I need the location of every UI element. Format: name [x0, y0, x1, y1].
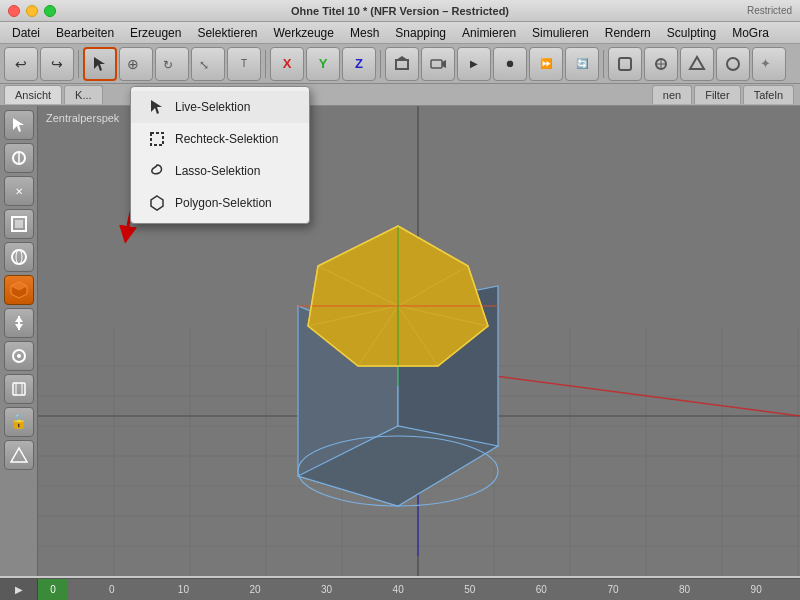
undo-button[interactable]: ↩: [4, 47, 38, 81]
separator-2: [265, 50, 266, 78]
restricted-label: Restricted: [747, 5, 792, 16]
svg-point-28: [17, 354, 21, 358]
transform-tool-button[interactable]: T: [227, 47, 261, 81]
svg-text:🔒: 🔒: [10, 413, 28, 430]
timeline-num-0: 0: [76, 584, 148, 595]
tab-ansicht[interactable]: Ansicht: [4, 85, 62, 104]
timeline-num-10: 10: [148, 584, 220, 595]
tab-filter[interactable]: Filter: [694, 85, 740, 104]
timeline-current-frame[interactable]: 0: [38, 579, 68, 600]
tab-tafeln[interactable]: Tafeln: [743, 85, 794, 104]
viewport-perspective-label: Zentralperspek: [46, 112, 119, 124]
timeline-num-60: 60: [506, 584, 578, 595]
separator-4: [603, 50, 604, 78]
timeline-num-40: 40: [362, 584, 434, 595]
titlebar: Ohne Titel 10 * (NFR Version – Restricte…: [0, 0, 800, 22]
tool-e[interactable]: ✦: [752, 47, 786, 81]
window-title: Ohne Titel 10 * (NFR Version – Restricte…: [291, 5, 509, 17]
select-tool-button[interactable]: [83, 47, 117, 81]
tool-d[interactable]: [716, 47, 750, 81]
menu-animieren[interactable]: Animieren: [454, 24, 524, 42]
y-constraint-button[interactable]: Y: [306, 47, 340, 81]
menu-datei[interactable]: Datei: [4, 24, 48, 42]
menu-rendern[interactable]: Rendern: [597, 24, 659, 42]
dropdown-item-polygon[interactable]: Polygon-Selektion: [131, 187, 309, 219]
menubar: Datei Bearbeiten Erzeugen Selektieren We…: [0, 22, 800, 44]
sidebar-btn-8[interactable]: [4, 341, 34, 371]
minimize-button[interactable]: [26, 5, 38, 17]
rotate-tool-button[interactable]: ↻: [155, 47, 189, 81]
tabbar: Ansicht K... nen Filter Tafeln: [0, 84, 800, 106]
obj-tool-1[interactable]: [385, 47, 419, 81]
svg-marker-0: [94, 57, 105, 71]
timeline-num-50: 50: [434, 584, 506, 595]
menu-mogra[interactable]: MoGra: [724, 24, 777, 42]
menu-sculpting[interactable]: Sculpting: [659, 24, 724, 42]
redo-button[interactable]: ↪: [40, 47, 74, 81]
tab-nen[interactable]: nen: [652, 85, 692, 104]
sidebar-btn-5[interactable]: [4, 242, 34, 272]
z-constraint-button[interactable]: Z: [342, 47, 376, 81]
svg-text:⊕: ⊕: [127, 56, 139, 72]
separator-3: [380, 50, 381, 78]
render-btn[interactable]: ▶: [457, 47, 491, 81]
svg-marker-15: [13, 118, 24, 132]
sidebar-btn-1[interactable]: [4, 110, 34, 140]
rect-select-icon: [147, 129, 167, 149]
tool-a[interactable]: [608, 47, 642, 81]
sidebar-btn-9[interactable]: [4, 374, 34, 404]
left-sidebar: ✕ 🔒: [0, 106, 38, 576]
svg-rect-6: [431, 60, 442, 68]
polygon-select-icon: [147, 193, 167, 213]
menu-bearbeiten[interactable]: Bearbeiten: [48, 24, 122, 42]
tool-b[interactable]: [644, 47, 678, 81]
svg-point-20: [12, 250, 26, 264]
tab-k[interactable]: K...: [64, 85, 103, 104]
timeline-num-70: 70: [577, 584, 649, 595]
menu-mesh[interactable]: Mesh: [342, 24, 387, 42]
svg-marker-26: [15, 316, 23, 322]
svg-rect-19: [15, 220, 23, 228]
svg-text:↻: ↻: [163, 58, 173, 72]
timeline-num-20: 20: [219, 584, 291, 595]
menu-erzeugen[interactable]: Erzeugen: [122, 24, 189, 42]
svg-rect-29: [13, 383, 25, 395]
timeline: ▶ 0 0 10 20 30 40 50 60 70 80 90: [0, 578, 800, 600]
tool-c[interactable]: [680, 47, 714, 81]
sidebar-btn-10[interactable]: 🔒: [4, 407, 34, 437]
anim-btn2[interactable]: ⏩: [529, 47, 563, 81]
menu-werkzeuge[interactable]: Werkzeuge: [265, 24, 341, 42]
sidebar-btn-3[interactable]: ✕: [4, 176, 34, 206]
sidebar-btn-4[interactable]: [4, 209, 34, 239]
menu-selektieren[interactable]: Selektieren: [189, 24, 265, 42]
svg-marker-12: [690, 57, 704, 69]
dropdown-item-rect[interactable]: Rechteck-Selektion: [131, 123, 309, 155]
sidebar-btn-11[interactable]: [4, 440, 34, 470]
anim-btn3[interactable]: 🔄: [565, 47, 599, 81]
svg-marker-25: [15, 324, 23, 330]
svg-rect-74: [151, 133, 163, 145]
sidebar-btn-2[interactable]: [4, 143, 34, 173]
menu-snapping[interactable]: Snapping: [387, 24, 454, 42]
scale-tool-button[interactable]: ⤡: [191, 47, 225, 81]
x-constraint-button[interactable]: X: [270, 47, 304, 81]
svg-rect-4: [396, 60, 408, 69]
sidebar-btn-7[interactable]: [4, 308, 34, 338]
close-button[interactable]: [8, 5, 20, 17]
timeline-num-30: 30: [291, 584, 363, 595]
svg-marker-73: [151, 100, 162, 114]
move-tool-button[interactable]: ⊕: [119, 47, 153, 81]
3d-object[interactable]: [238, 186, 558, 516]
svg-rect-8: [619, 58, 631, 70]
camera-button[interactable]: [421, 47, 455, 81]
anim-btn[interactable]: ⏺: [493, 47, 527, 81]
menu-simulieren[interactable]: Simulieren: [524, 24, 597, 42]
dropdown-item-live[interactable]: Live-Selektion: [131, 91, 309, 123]
dropdown-item-lasso[interactable]: Lasso-Selektion: [131, 155, 309, 187]
maximize-button[interactable]: [44, 5, 56, 17]
timeline-ruler[interactable]: 0 10 20 30 40 50 60 70 80 90: [68, 579, 800, 600]
sidebar-btn-cube[interactable]: [4, 275, 34, 305]
toolbar: ↩ ↪ ⊕ ↻ ⤡ T X Y Z ▶ ⏺ ⏩ 🔄 ✦: [0, 44, 800, 84]
svg-marker-5: [396, 56, 408, 60]
separator-1: [78, 50, 79, 78]
